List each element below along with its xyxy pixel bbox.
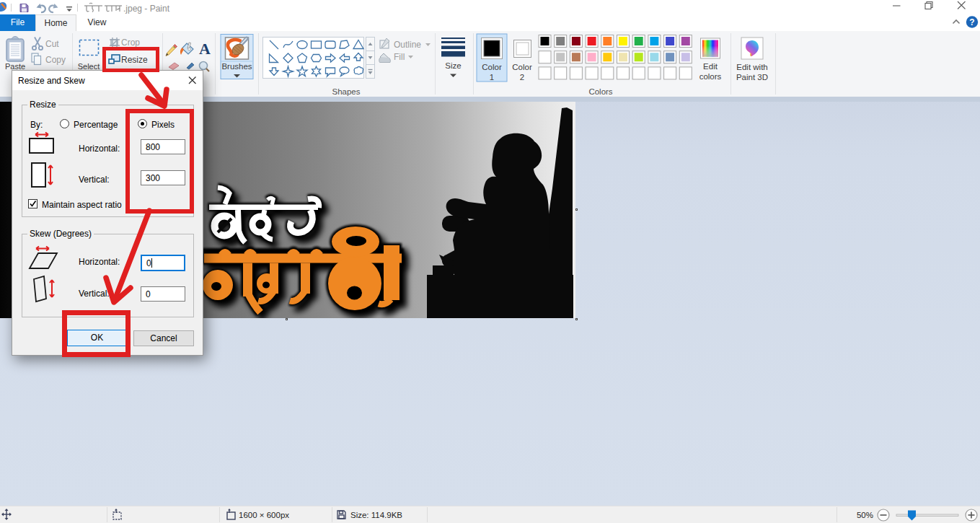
svg-text:1: 1 <box>490 73 494 82</box>
svg-text:Crop: Crop <box>121 38 140 48</box>
svg-text:.jpeg - Paint: .jpeg - Paint <box>123 4 170 14</box>
svg-text:Copy: Copy <box>45 55 66 65</box>
svg-text:?: ? <box>969 17 974 27</box>
svg-text:Fill: Fill <box>394 52 405 62</box>
svg-text:50%: 50% <box>857 511 873 519</box>
svg-text:Outline: Outline <box>394 40 421 50</box>
svg-text:Color: Color <box>482 63 502 71</box>
svg-text:Paint 3D: Paint 3D <box>736 73 768 82</box>
svg-text:Edit: Edit <box>703 62 718 71</box>
svg-text:Shapes: Shapes <box>332 87 360 96</box>
svg-text:A: A <box>199 40 211 58</box>
svg-text:Size: 114.9KB: Size: 114.9KB <box>350 511 402 519</box>
svg-text:Color: Color <box>512 63 532 71</box>
svg-text:Brushes: Brushes <box>221 62 252 71</box>
svg-text:Size: Size <box>445 61 461 70</box>
svg-text:colors: colors <box>699 72 722 81</box>
svg-text:Colors: Colors <box>588 87 612 96</box>
svg-text:1600 × 600px: 1600 × 600px <box>239 511 289 519</box>
svg-text:Edit with: Edit with <box>736 63 767 71</box>
svg-text:2: 2 <box>520 73 524 82</box>
svg-text:Cut: Cut <box>45 39 59 49</box>
